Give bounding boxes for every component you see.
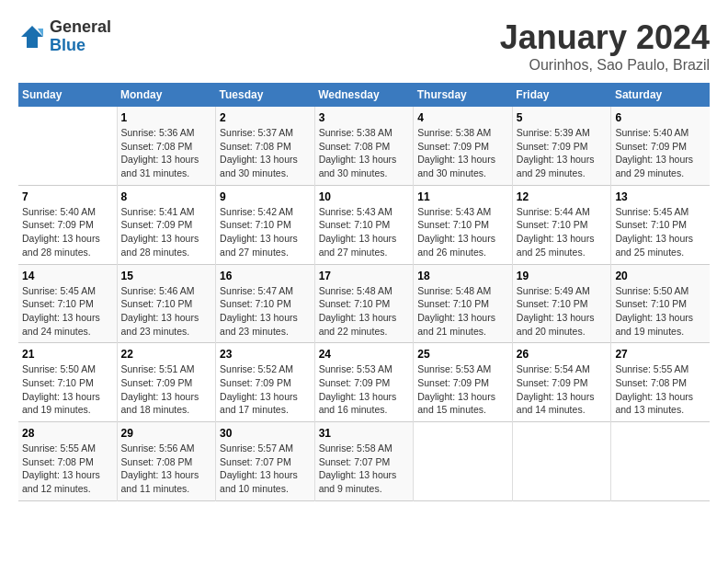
day-number: 9: [220, 190, 311, 203]
day-info: Sunrise: 5:53 AM Sunset: 7:09 PM Dayligh…: [319, 362, 410, 417]
day-number: 13: [615, 190, 706, 203]
day-info: Sunrise: 5:49 AM Sunset: 7:10 PM Dayligh…: [517, 284, 608, 339]
cell-week3-day2: 16Sunrise: 5:47 AM Sunset: 7:10 PM Dayli…: [216, 264, 315, 343]
day-info: Sunrise: 5:39 AM Sunset: 7:09 PM Dayligh…: [517, 126, 608, 180]
day-number: 6: [615, 111, 706, 124]
day-number: 25: [417, 348, 508, 361]
day-info: Sunrise: 5:45 AM Sunset: 7:10 PM Dayligh…: [22, 284, 113, 339]
day-number: 11: [417, 190, 508, 203]
day-number: 20: [615, 270, 706, 282]
cell-week4-day5: 26Sunrise: 5:54 AM Sunset: 7:09 PM Dayli…: [512, 343, 611, 422]
cell-week2-day1: 8Sunrise: 5:41 AM Sunset: 7:09 PM Daylig…: [117, 185, 216, 264]
logo-general: General: [50, 17, 111, 36]
cell-week4-day1: 22Sunrise: 5:51 AM Sunset: 7:09 PM Dayli…: [117, 343, 216, 422]
day-number: 17: [319, 270, 410, 282]
day-number: 21: [22, 348, 113, 361]
day-number: 28: [22, 427, 113, 440]
week-row-4: 21Sunrise: 5:50 AM Sunset: 7:10 PM Dayli…: [18, 343, 710, 422]
week-row-1: 1Sunrise: 5:36 AM Sunset: 7:08 PM Daylig…: [18, 107, 710, 185]
cell-week2-day6: 13Sunrise: 5:45 AM Sunset: 7:10 PM Dayli…: [611, 185, 710, 264]
cell-week4-day3: 24Sunrise: 5:53 AM Sunset: 7:09 PM Dayli…: [314, 343, 414, 422]
day-info: Sunrise: 5:57 AM Sunset: 7:07 PM Dayligh…: [220, 442, 311, 496]
cell-week1-day5: 5Sunrise: 5:39 AM Sunset: 7:09 PM Daylig…: [512, 107, 611, 185]
day-number: 5: [517, 111, 608, 124]
cell-week2-day3: 10Sunrise: 5:43 AM Sunset: 7:10 PM Dayli…: [314, 185, 414, 264]
day-info: Sunrise: 5:56 AM Sunset: 7:08 PM Dayligh…: [121, 442, 212, 496]
day-number: 1: [121, 111, 212, 124]
day-number: 8: [121, 190, 212, 203]
cell-week1-day1: 1Sunrise: 5:36 AM Sunset: 7:08 PM Daylig…: [117, 107, 216, 185]
cell-week2-day5: 12Sunrise: 5:44 AM Sunset: 7:10 PM Dayli…: [512, 185, 611, 264]
day-info: Sunrise: 5:43 AM Sunset: 7:10 PM Dayligh…: [417, 205, 508, 259]
header-row: SundayMondayTuesdayWednesdayThursdayFrid…: [18, 83, 710, 107]
day-number: 16: [220, 270, 311, 282]
cell-week3-day0: 14Sunrise: 5:45 AM Sunset: 7:10 PM Dayli…: [18, 264, 117, 343]
day-info: Sunrise: 5:37 AM Sunset: 7:08 PM Dayligh…: [220, 126, 311, 180]
day-info: Sunrise: 5:51 AM Sunset: 7:09 PM Dayligh…: [121, 362, 212, 417]
day-info: Sunrise: 5:50 AM Sunset: 7:10 PM Dayligh…: [615, 284, 706, 339]
logo-blue: Blue: [50, 36, 85, 54]
day-number: 12: [517, 190, 608, 203]
day-number: 22: [121, 348, 212, 361]
day-number: 31: [319, 427, 410, 440]
day-number: 14: [22, 270, 113, 282]
cell-week5-day0: 28Sunrise: 5:55 AM Sunset: 7:08 PM Dayli…: [18, 422, 117, 501]
day-info: Sunrise: 5:38 AM Sunset: 7:08 PM Dayligh…: [319, 126, 410, 180]
day-number: 15: [121, 270, 212, 282]
cell-week5-day3: 31Sunrise: 5:58 AM Sunset: 7:07 PM Dayli…: [314, 422, 414, 501]
day-number: 24: [319, 348, 410, 361]
page-subtitle: Ourinhos, Sao Paulo, Brazil: [500, 57, 710, 74]
day-info: Sunrise: 5:41 AM Sunset: 7:09 PM Dayligh…: [121, 205, 212, 259]
day-number: 2: [220, 111, 311, 124]
cell-week3-day3: 17Sunrise: 5:48 AM Sunset: 7:10 PM Dayli…: [314, 264, 414, 343]
cell-week1-day0: [18, 107, 117, 185]
cell-week1-day3: 3Sunrise: 5:38 AM Sunset: 7:08 PM Daylig…: [314, 107, 414, 185]
day-number: 18: [417, 270, 508, 282]
day-info: Sunrise: 5:47 AM Sunset: 7:10 PM Dayligh…: [220, 284, 311, 339]
day-number: 19: [517, 270, 608, 282]
header-cell-sunday: Sunday: [18, 83, 117, 107]
logo: General Blue: [18, 18, 111, 55]
cell-week3-day6: 20Sunrise: 5:50 AM Sunset: 7:10 PM Dayli…: [611, 264, 710, 343]
week-row-3: 14Sunrise: 5:45 AM Sunset: 7:10 PM Dayli…: [18, 264, 710, 343]
day-info: Sunrise: 5:40 AM Sunset: 7:09 PM Dayligh…: [615, 126, 706, 180]
header-cell-friday: Friday: [512, 83, 611, 107]
day-number: 7: [22, 190, 113, 203]
cell-week2-day4: 11Sunrise: 5:43 AM Sunset: 7:10 PM Dayli…: [414, 185, 513, 264]
logo-icon: [18, 23, 46, 51]
day-number: 3: [319, 111, 410, 124]
cell-week5-day2: 30Sunrise: 5:57 AM Sunset: 7:07 PM Dayli…: [216, 422, 315, 501]
title-block: January 2024 Ourinhos, Sao Paulo, Brazil: [500, 18, 710, 74]
header-cell-tuesday: Tuesday: [216, 83, 315, 107]
cell-week2-day2: 9Sunrise: 5:42 AM Sunset: 7:10 PM Daylig…: [216, 185, 315, 264]
cell-week1-day6: 6Sunrise: 5:40 AM Sunset: 7:09 PM Daylig…: [611, 107, 710, 185]
day-info: Sunrise: 5:48 AM Sunset: 7:10 PM Dayligh…: [319, 284, 410, 339]
day-info: Sunrise: 5:50 AM Sunset: 7:10 PM Dayligh…: [22, 362, 113, 417]
cell-week5-day6: [611, 422, 710, 501]
day-info: Sunrise: 5:36 AM Sunset: 7:08 PM Dayligh…: [121, 126, 212, 180]
cell-week2-day0: 7Sunrise: 5:40 AM Sunset: 7:09 PM Daylig…: [18, 185, 117, 264]
cell-week3-day5: 19Sunrise: 5:49 AM Sunset: 7:10 PM Dayli…: [512, 264, 611, 343]
week-row-2: 7Sunrise: 5:40 AM Sunset: 7:09 PM Daylig…: [18, 185, 710, 264]
cell-week5-day1: 29Sunrise: 5:56 AM Sunset: 7:08 PM Dayli…: [117, 422, 216, 501]
day-info: Sunrise: 5:55 AM Sunset: 7:08 PM Dayligh…: [615, 362, 706, 417]
day-info: Sunrise: 5:43 AM Sunset: 7:10 PM Dayligh…: [319, 205, 410, 259]
day-number: 23: [220, 348, 311, 361]
header-cell-thursday: Thursday: [414, 83, 513, 107]
cell-week1-day4: 4Sunrise: 5:38 AM Sunset: 7:09 PM Daylig…: [414, 107, 513, 185]
week-row-5: 28Sunrise: 5:55 AM Sunset: 7:08 PM Dayli…: [18, 422, 710, 501]
cell-week1-day2: 2Sunrise: 5:37 AM Sunset: 7:08 PM Daylig…: [216, 107, 315, 185]
day-info: Sunrise: 5:42 AM Sunset: 7:10 PM Dayligh…: [220, 205, 311, 259]
day-number: 10: [319, 190, 410, 203]
day-info: Sunrise: 5:48 AM Sunset: 7:10 PM Dayligh…: [417, 284, 508, 339]
day-info: Sunrise: 5:54 AM Sunset: 7:09 PM Dayligh…: [517, 362, 608, 417]
cell-week4-day4: 25Sunrise: 5:53 AM Sunset: 7:09 PM Dayli…: [414, 343, 513, 422]
day-number: 27: [615, 348, 706, 361]
day-info: Sunrise: 5:44 AM Sunset: 7:10 PM Dayligh…: [517, 205, 608, 259]
cell-week3-day4: 18Sunrise: 5:48 AM Sunset: 7:10 PM Dayli…: [414, 264, 513, 343]
cell-week4-day6: 27Sunrise: 5:55 AM Sunset: 7:08 PM Dayli…: [611, 343, 710, 422]
day-number: 30: [220, 427, 311, 440]
cell-week4-day2: 23Sunrise: 5:52 AM Sunset: 7:09 PM Dayli…: [216, 343, 315, 422]
day-info: Sunrise: 5:46 AM Sunset: 7:10 PM Dayligh…: [121, 284, 212, 339]
header: General Blue January 2024 Ourinhos, Sao …: [18, 18, 710, 74]
